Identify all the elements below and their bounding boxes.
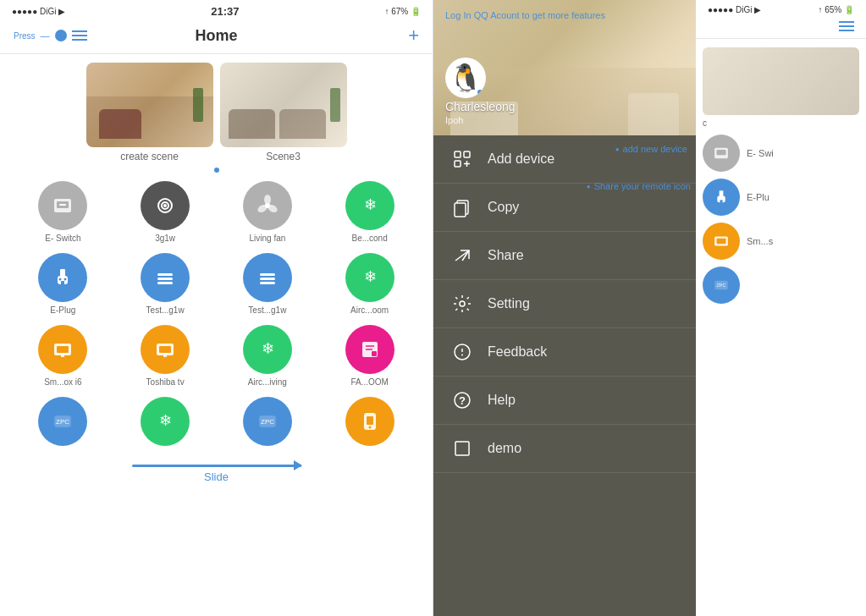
smox-icon	[38, 325, 87, 374]
right-eswitch-icon	[703, 135, 740, 172]
device-faoom[interactable]: FA...OOM	[323, 325, 416, 387]
right-scene-label: c	[703, 118, 859, 128]
svg-rect-64	[717, 239, 726, 244]
device-row4-3[interactable]: ZPC	[222, 397, 314, 449]
device-smox[interactable]: Sm...ox i6	[17, 325, 109, 387]
demo-icon	[450, 437, 474, 460]
right-hamburger-icon[interactable]	[839, 21, 854, 31]
menu-item-setting[interactable]: Setting	[433, 280, 696, 328]
menu-item-feedback-label: Feedback	[488, 344, 547, 360]
svg-text:❄: ❄	[363, 268, 376, 285]
becond-icon: ❄	[345, 181, 394, 230]
right-device-1: E- Swi	[703, 135, 859, 172]
svg-text:ZPC: ZPC	[261, 418, 274, 426]
device-test1[interactable]: Test...g1w	[119, 253, 212, 315]
row4-2-icon: ❄	[141, 397, 190, 446]
right-content-area: ●●●●● DiGi ▶ ↑ 65% 🔋 c E- Swi	[696, 0, 866, 616]
smox-label: Sm...ox i6	[44, 377, 81, 387]
device-livingfan[interactable]: Living fan	[222, 181, 314, 243]
device-becond[interactable]: ❄ Be...cond	[323, 181, 416, 243]
status-bar-left: ●●●●● DiGi ▶ 21:37 ↑ 67% 🔋	[0, 0, 433, 21]
device-toshiba[interactable]: Toshiba tv	[119, 325, 212, 387]
svg-text:ZPC: ZPC	[56, 418, 69, 426]
menu-city: Ipoh	[445, 115, 516, 125]
hamburger-menu-icon[interactable]	[72, 30, 87, 41]
device-grid: E- Switch 3g1w Living fan ❄ Be...cond E-	[0, 174, 433, 456]
svg-point-14	[59, 278, 62, 281]
device-eplug[interactable]: E-Plug	[17, 253, 109, 315]
share-remote-hint: Share your remote icon	[587, 181, 691, 191]
add-new-device-hint: add new device	[615, 135, 687, 162]
device-row4-1[interactable]: ZPC	[17, 397, 109, 449]
device-test2[interactable]: Test...g1w	[222, 253, 314, 315]
svg-point-15	[64, 278, 67, 281]
scene-create[interactable]: create scene	[86, 63, 213, 162]
device-aircliving[interactable]: ❄ Airc...iving	[222, 325, 314, 387]
scene3-thumb	[220, 63, 347, 147]
svg-rect-43	[464, 151, 470, 157]
menu-user-info: 🐧 Charlesleong Ipoh	[445, 58, 516, 125]
3g1w-icon	[141, 181, 190, 230]
row4-1-icon: ZPC	[38, 397, 87, 446]
help-icon: ?	[450, 388, 474, 412]
menu-item-share-label: Share	[488, 248, 524, 263]
svg-line-50	[455, 250, 469, 261]
scene-3[interactable]: Scene3	[220, 63, 347, 162]
copy-icon	[450, 195, 474, 219]
menu-avatar[interactable]: 🐧	[445, 58, 486, 98]
aircroom-label: Airc...oom	[350, 305, 389, 315]
page-title-left: Home	[195, 27, 237, 45]
svg-text:?: ?	[459, 394, 466, 407]
device-aircroom[interactable]: ❄ Airc...oom	[323, 253, 416, 315]
press-line: —	[41, 30, 50, 41]
device-eswitch[interactable]: E- Switch	[17, 181, 109, 243]
slide-label: Slide	[204, 470, 229, 483]
slide-arrow	[132, 465, 301, 467]
device-3g1w[interactable]: 3g1w	[119, 181, 212, 243]
device-row4-4[interactable]	[323, 397, 416, 449]
avatar-online-dot	[476, 88, 484, 96]
svg-rect-42	[455, 151, 461, 157]
svg-text:ZPC: ZPC	[717, 283, 726, 288]
faoom-icon	[345, 325, 394, 374]
qq-login-text[interactable]: Log In QQ Acount to get more features	[445, 10, 605, 20]
svg-rect-28	[163, 355, 167, 357]
menu-item-help[interactable]: ? Help	[433, 377, 696, 425]
nav-bar-left: Press — Home +	[0, 21, 433, 54]
right-device-list: E- Swi E-Plu Sm...s ZPC	[696, 128, 866, 311]
svg-rect-59	[717, 150, 726, 155]
menu-item-share[interactable]: Share	[433, 232, 696, 280]
svg-rect-24	[57, 346, 69, 353]
svg-rect-19	[260, 273, 275, 276]
setting-icon	[450, 292, 474, 316]
menu-header: Log In QQ Acount to get more features 🐧 …	[433, 0, 696, 135]
test1-label: Test...g1w	[146, 305, 185, 315]
device-row4-2[interactable]: ❄	[119, 397, 212, 449]
menu-items-container: add new device Share your remote icon	[433, 135, 696, 473]
menu-item-help-label: Help	[488, 393, 516, 408]
svg-rect-18	[157, 282, 173, 284]
nav-left-group: Press —	[14, 30, 87, 41]
svg-point-7	[264, 195, 271, 205]
right-device-3: Sm...s	[703, 223, 859, 260]
add-scene-button[interactable]: +	[408, 25, 419, 47]
side-menu: Log In QQ Acount to get more features 🐧 …	[433, 0, 696, 616]
svg-rect-13	[61, 281, 64, 285]
menu-item-demo[interactable]: demo	[433, 425, 696, 473]
menu-item-feedback[interactable]: Feedback	[433, 328, 696, 377]
right-smox-label: Sm...s	[747, 236, 773, 246]
toggle-dot[interactable]	[55, 30, 67, 41]
right-scene-thumb	[703, 47, 859, 115]
right-nav-bar	[696, 18, 866, 39]
scenes-row: create scene Scene3	[0, 54, 433, 162]
eswitch-icon	[38, 181, 87, 230]
svg-text:❄: ❄	[159, 412, 172, 429]
test2-label: Test...g1w	[248, 305, 286, 315]
aircliving-label: Airc...iving	[248, 377, 287, 387]
right-eplug-label: E-Plu	[747, 192, 769, 202]
battery-right: ↑ 65% 🔋	[818, 5, 854, 14]
scene3-label: Scene3	[266, 151, 301, 162]
test1-icon	[141, 253, 190, 302]
svg-rect-17	[157, 278, 173, 280]
menu-item-setting-label: Setting	[488, 296, 530, 311]
